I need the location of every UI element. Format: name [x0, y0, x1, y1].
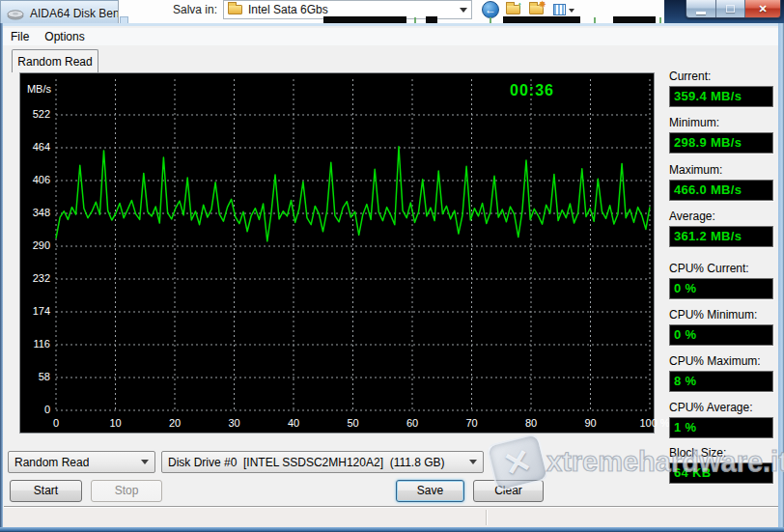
- stat-label: Current:: [669, 70, 774, 84]
- stat-label: Maximum:: [669, 163, 774, 178]
- views-grid-icon: [553, 4, 566, 15]
- y-tick-label: 0: [20, 404, 50, 415]
- stat-value: 359.4 MB/s: [669, 86, 773, 107]
- tab-label: Random Read: [17, 55, 92, 69]
- stat-value: 64 KB: [669, 462, 773, 484]
- minimize-icon: [696, 12, 706, 14]
- stat-value: 0 %: [669, 278, 773, 299]
- stat-label: CPU% Current:: [669, 262, 774, 276]
- stat-average: Average: 361.2 MB/s: [669, 210, 774, 250]
- x-tick-label: 80: [514, 417, 548, 429]
- test-type-dropdown[interactable]: Random Read: [8, 451, 155, 473]
- x-tick-label: 0: [39, 417, 73, 429]
- menu-options[interactable]: Options: [37, 28, 92, 45]
- chevron-down-icon: [141, 460, 149, 464]
- stat-value: 298.9 MB/s: [669, 132, 773, 154]
- y-tick-label: 522: [20, 108, 50, 120]
- y-tick-label: 406: [20, 174, 50, 185]
- y-tick-label: 232: [20, 272, 50, 284]
- stat-value: 361.2 MB/s: [669, 226, 773, 247]
- stat-label: Block Size:: [669, 446, 774, 461]
- save-button[interactable]: Save: [396, 480, 464, 502]
- minimize-button[interactable]: [686, 0, 716, 17]
- y-tick-label: 58: [20, 371, 50, 382]
- x-tick-label: 10: [98, 417, 133, 429]
- up-one-level-folder-icon[interactable]: ↑: [506, 5, 520, 14]
- close-icon: ✕: [758, 3, 767, 15]
- chevron-down-icon: [569, 9, 574, 13]
- stat-cpu-maximum: CPU% Maximum: 8 %: [669, 354, 774, 395]
- maximize-icon: [726, 5, 735, 13]
- y-axis-unit-label: MB/s: [20, 83, 51, 95]
- stop-button[interactable]: Stop: [91, 480, 162, 502]
- save-location-value: Intel Sata 6Gbs: [248, 3, 328, 16]
- x-tick-label: 40: [276, 417, 311, 429]
- tab-random-read[interactable]: Random Read: [12, 49, 98, 72]
- stat-label: CPU% Average:: [669, 401, 774, 415]
- stat-label: CPU% Minimum:: [669, 308, 774, 322]
- x-tick-label: 60: [395, 417, 430, 429]
- disk-drive-value: Disk Drive #0 [INTEL SSDSC2MH120A2] (111…: [168, 456, 445, 469]
- clear-button[interactable]: Clear: [473, 480, 544, 502]
- new-sparkle-icon: ✸: [539, 0, 546, 10]
- status-bar: [3, 508, 778, 527]
- close-button[interactable]: ✕: [745, 0, 780, 17]
- stat-value: 0 %: [669, 324, 773, 346]
- disk-drive-dropdown[interactable]: Disk Drive #0 [INTEL SSDSC2MH120A2] (111…: [161, 451, 484, 473]
- menu-bar: File Options: [3, 28, 778, 45]
- stat-current: Current: 359.4 MB/s: [669, 70, 774, 110]
- chevron-down-icon[interactable]: [460, 8, 467, 13]
- y-tick-label: 290: [20, 239, 50, 251]
- folder-icon: [228, 5, 242, 14]
- stat-value: 8 %: [669, 371, 773, 392]
- chevron-down-icon: [469, 460, 477, 464]
- stat-label: Average:: [669, 210, 774, 224]
- statusbar-divider: [486, 510, 487, 525]
- series-line: [56, 147, 650, 241]
- stat-label: CPU% Maximum:: [669, 354, 774, 369]
- x-tick-label: 50: [336, 417, 371, 429]
- y-tick-label: 174: [20, 305, 50, 317]
- benchmark-window-titlebar: AIDA64 Disk Bench: [0, 0, 118, 26]
- stat-cpu-average: CPU% Average: 1 %: [669, 401, 774, 441]
- window-border: [778, 23, 784, 532]
- y-tick-label: 116: [20, 338, 50, 350]
- x-tick-label: 20: [157, 417, 192, 429]
- maximize-button[interactable]: [716, 0, 745, 17]
- start-button[interactable]: Start: [10, 480, 82, 502]
- back-icon[interactable]: ←: [482, 1, 499, 18]
- stat-cpu-minimum: CPU% Minimum: 0 %: [669, 308, 774, 349]
- save-in-label: Salva in:: [173, 3, 217, 16]
- elapsed-timer: 00:36: [474, 82, 590, 99]
- x-tick-label: 30: [217, 417, 252, 429]
- statusbar-separator: [4, 506, 780, 507]
- stat-maximum: Maximum: 466.0 MB/s: [669, 163, 774, 204]
- new-folder-icon[interactable]: ✸: [529, 5, 544, 14]
- stat-label: Minimum:: [669, 116, 774, 130]
- up-arrow-icon: ↑: [518, 0, 523, 11]
- chart-canvas: [20, 73, 656, 433]
- stat-minimum: Minimum: 298.9 MB/s: [669, 116, 774, 156]
- window-border: [0, 23, 3, 532]
- test-type-value: Random Read: [14, 456, 89, 469]
- views-menu-button[interactable]: [553, 4, 576, 17]
- window-caption-buttons: ✕: [686, 0, 781, 18]
- y-tick-label: 464: [20, 141, 50, 153]
- screen: AIDA64 Disk Bench Salva in: Intel Sata 6…: [0, 0, 784, 532]
- y-tick-label: 348: [20, 207, 50, 218]
- stat-value: 1 %: [669, 417, 773, 438]
- stat-cpu-current: CPU% Current: 0 %: [669, 262, 774, 302]
- stat-block-size: Block Size: 64 KB: [669, 446, 774, 487]
- x-tick-label: 90: [574, 417, 608, 429]
- x-tick-label: 70: [455, 417, 490, 429]
- benchmark-chart: MB/s 00:36 52246440634829023217411658001…: [19, 72, 655, 434]
- menu-file[interactable]: File: [3, 28, 37, 45]
- stat-value: 466.0 MB/s: [669, 180, 773, 201]
- window-border: [0, 527, 784, 532]
- disk-icon: [7, 7, 24, 20]
- window-title: AIDA64 Disk Bench: [30, 7, 118, 20]
